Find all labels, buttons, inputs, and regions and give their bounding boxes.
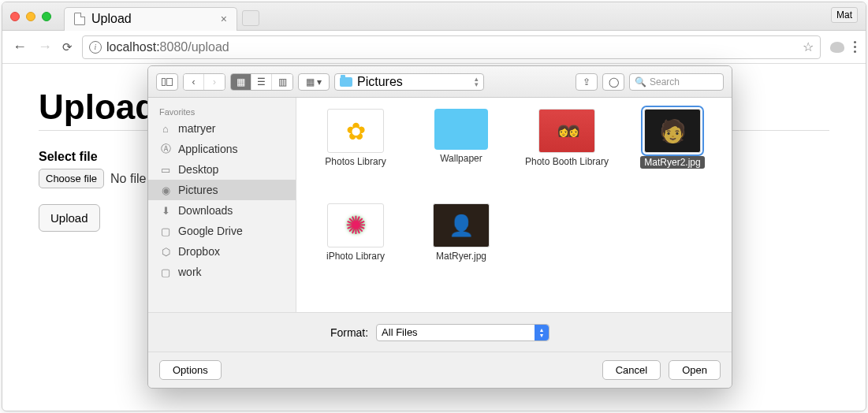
file-grid: Photos Library Wallpaper Photo Booth Lib… xyxy=(296,98,732,312)
close-tab-icon[interactable]: × xyxy=(221,13,227,25)
image-thumbnail xyxy=(433,203,490,247)
location-dropdown[interactable]: Pictures ▴▾ xyxy=(334,73,484,91)
icon-view[interactable]: ▦ xyxy=(231,74,251,90)
browser-tab[interactable]: Upload × xyxy=(64,7,237,31)
column-view[interactable]: ▥ xyxy=(272,74,292,90)
folder-icon: ▢ xyxy=(159,225,172,236)
dropbox-icon: ⬡ xyxy=(159,246,172,257)
folder-icon: ▢ xyxy=(159,266,172,277)
format-bar: Format: All Files ▴▾ xyxy=(148,312,732,352)
browser-window: Upload × Mat ← → ⟳ i localhost:8080/uplo… xyxy=(2,2,866,411)
tab-title: Upload xyxy=(91,12,132,26)
grid-item[interactable]: Wallpaper xyxy=(410,109,512,203)
options-button[interactable]: Options xyxy=(159,360,222,380)
menu-button[interactable] xyxy=(854,41,856,53)
upload-button[interactable]: Upload xyxy=(39,204,100,232)
search-placeholder: Search xyxy=(650,76,680,87)
titlebar: Upload × Mat xyxy=(2,2,866,31)
apps-icon: Ⓐ xyxy=(159,143,172,154)
photo-booth-icon xyxy=(538,109,595,153)
photos-library-icon xyxy=(327,109,384,153)
url-text: localhost:8080/upload xyxy=(106,40,229,54)
sidebar-toggle[interactable] xyxy=(156,73,178,91)
bookmark-star-icon[interactable]: ☆ xyxy=(803,39,814,54)
sidebar-item-desktop[interactable]: ▭Desktop xyxy=(148,159,296,180)
address-bar[interactable]: i localhost:8080/upload ☆ xyxy=(82,35,821,59)
nav-forward: › xyxy=(204,74,225,90)
grid-item[interactable]: iPhoto Library xyxy=(304,203,407,298)
grid-item-selected[interactable]: MatRyer2.jpg xyxy=(621,109,724,203)
file-status: No file xyxy=(110,172,146,186)
sidebar-item-applications[interactable]: ⒶApplications xyxy=(148,139,296,159)
close-window[interactable] xyxy=(10,12,20,21)
desktop-icon: ▭ xyxy=(159,164,172,175)
grid-item[interactable]: Photo Booth Library xyxy=(516,109,618,203)
cancel-button[interactable]: Cancel xyxy=(602,360,661,380)
forward-button: → xyxy=(37,39,53,55)
browser-toolbar: ← → ⟳ i localhost:8080/upload ☆ xyxy=(2,31,866,64)
back-button[interactable]: ← xyxy=(12,39,28,55)
downloads-icon: ⬇ xyxy=(159,205,172,216)
minimize-window[interactable] xyxy=(26,12,35,21)
home-icon: ⌂ xyxy=(159,123,172,134)
new-tab-button[interactable] xyxy=(242,10,259,26)
iphoto-library-icon xyxy=(327,203,384,247)
chevron-updown-icon: ▴▾ xyxy=(535,325,549,340)
open-button[interactable]: Open xyxy=(669,360,721,380)
maximize-window[interactable] xyxy=(42,12,51,21)
view-segment: ▦ ☰ ▥ xyxy=(230,73,293,91)
window-controls xyxy=(10,12,51,21)
sidebar-item-home[interactable]: ⌂matryer xyxy=(148,118,296,139)
format-select[interactable]: All Files ▴▾ xyxy=(376,324,549,341)
pictures-icon: ◉ xyxy=(159,184,172,195)
sidebar-item-dropbox[interactable]: ⬡Dropbox xyxy=(148,241,296,262)
group-menu[interactable]: ▦ ▾ xyxy=(298,73,330,91)
sidebar-item-pictures[interactable]: ◉Pictures xyxy=(148,180,296,200)
sidebar-item-work[interactable]: ▢work xyxy=(148,262,296,282)
cloud-icon[interactable] xyxy=(830,42,844,53)
dialog-body: Favorites ⌂matryer ⒶApplications ▭Deskto… xyxy=(148,98,732,312)
sidebar-item-googledrive[interactable]: ▢Google Drive xyxy=(148,221,296,241)
folder-icon xyxy=(434,109,488,150)
profile-badge[interactable]: Mat xyxy=(831,7,858,23)
sidebar-item-downloads[interactable]: ⬇Downloads xyxy=(148,200,296,221)
format-label: Format: xyxy=(330,326,368,339)
share-button[interactable]: ⇪ xyxy=(576,73,598,91)
list-view[interactable]: ☰ xyxy=(251,74,272,90)
sidebar-header: Favorites xyxy=(148,106,296,118)
reload-button[interactable]: ⟳ xyxy=(62,40,73,54)
nav-segment: ‹ › xyxy=(183,73,225,91)
grid-item[interactable]: Photos Library xyxy=(304,109,407,203)
search-field[interactable]: 🔍 Search xyxy=(629,73,724,91)
file-dialog: ‹ › ▦ ☰ ▥ ▦ ▾ Pictures ▴▾ ⇪ ◯ 🔍 Search xyxy=(147,65,732,389)
image-thumbnail xyxy=(644,109,701,153)
dialog-toolbar: ‹ › ▦ ☰ ▥ ▦ ▾ Pictures ▴▾ ⇪ ◯ 🔍 Search xyxy=(148,66,732,98)
choose-file-button[interactable]: Choose file xyxy=(39,169,104,188)
folder-icon xyxy=(340,77,352,87)
search-icon: 🔍 xyxy=(635,76,646,87)
location-label: Pictures xyxy=(357,75,403,89)
nav-back[interactable]: ‹ xyxy=(184,74,204,90)
sidebar: Favorites ⌂matryer ⒶApplications ▭Deskto… xyxy=(148,98,296,312)
grid-item[interactable]: MatRyer.jpg xyxy=(410,203,512,298)
file-icon xyxy=(74,13,85,25)
dialog-footer: Options Cancel Open xyxy=(148,352,732,388)
site-info-icon[interactable]: i xyxy=(89,41,102,54)
tags-button[interactable]: ◯ xyxy=(602,73,624,91)
chevron-updown-icon: ▴▾ xyxy=(475,76,479,87)
